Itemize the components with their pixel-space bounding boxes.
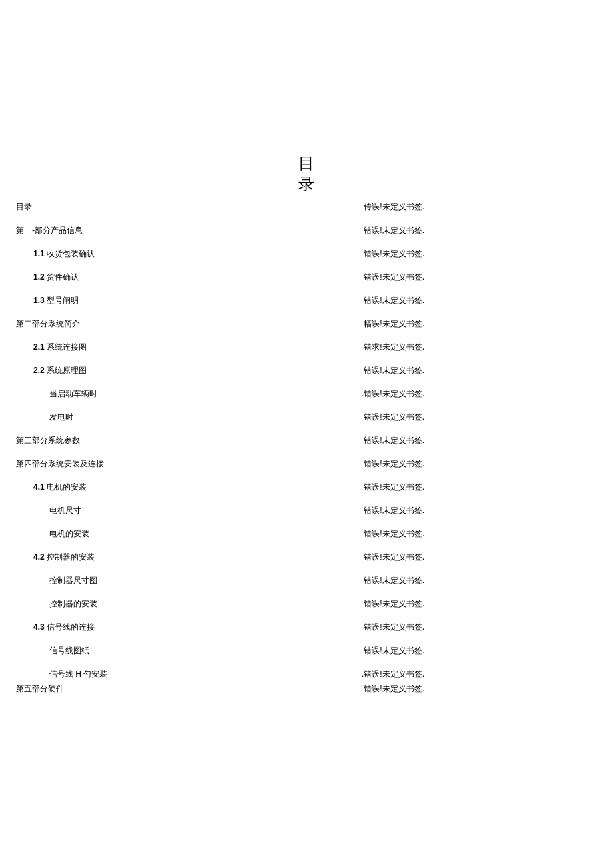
toc-row: 电机尺寸错误!未定义书签.: [16, 506, 424, 514]
toc-row: 1.2 货件确认错误!未定义书签.: [16, 273, 424, 281]
toc-page-ref: 错误!未定义书签.: [364, 623, 424, 631]
toc-page-ref: 错误!未定义书签.: [364, 296, 424, 304]
toc-entry-label: 信号线 H 勺安装: [16, 670, 69, 678]
toc-section-text: 控制器的安装: [45, 552, 95, 562]
toc-entry-label: 目录: [16, 203, 32, 211]
toc-page-ref: 错误!未定义书签.: [364, 553, 424, 561]
toc-entry-label: 控制器的安装: [16, 600, 97, 608]
toc-row: 当启动车辆时.错误!未定义书签.: [16, 390, 424, 398]
toc-page-ref: 错误!未定义书签.: [364, 530, 424, 538]
toc-entry-label: 第三部分系统参数: [16, 436, 80, 444]
title-char-2: 录: [297, 174, 317, 195]
toc-page-ref: 错误!未定义书签.: [364, 436, 424, 444]
toc-entry-label: 发电时: [16, 413, 73, 421]
toc-page-ref: 错误!未定义书签.: [364, 685, 424, 693]
toc-row: 1.1 收货包装确认错误!未定义书签.: [16, 250, 424, 258]
toc-entry-label: 2.2 系统原理图: [16, 366, 87, 374]
toc-page-ref: 错误!未定义书签.: [364, 483, 424, 491]
toc-row: 信号线图纸错误!未定义书签.: [16, 646, 424, 655]
toc-section-text: 信号线的连接: [45, 622, 95, 632]
toc-page-ref: 幅误!未定义书签.: [364, 320, 424, 328]
title-char-1: 目: [297, 153, 317, 174]
toc-section-text: 型号阐明: [45, 296, 79, 305]
toc-page-ref: 错误!未定义书签.: [364, 576, 424, 584]
toc-entry-label: 第五部分硬件: [16, 685, 64, 693]
toc-page-ref: 错误!未定义书签.: [364, 273, 424, 281]
table-of-contents: 目录传误!未定义书签.第一-部分产品信息错误!未定义书签.1.1 收货包装确认错…: [16, 203, 424, 693]
toc-entry-label: 第四部分系统安装及连接: [16, 460, 104, 468]
toc-row: 电机的安装错误!未定义书签.: [16, 530, 424, 538]
toc-row: 第四部分系统安装及连接错误!未定义书签.: [16, 460, 424, 468]
toc-page-ref: 传误!未定义书签.: [364, 203, 424, 211]
toc-page-ref: 错误!未定义书签.: [364, 506, 424, 514]
toc-entry-label: 1.3 型号阐明: [16, 296, 79, 304]
toc-page-ref: 错误!未定义书签.: [364, 250, 424, 258]
toc-page-ref: 错误!未定义书签.: [364, 600, 424, 608]
toc-row: 第二部分系统简介幅误!未定义书签.: [16, 320, 424, 328]
toc-entry-label: 1.2 货件确认: [16, 273, 79, 281]
toc-page-ref: 错误!未定义书签.: [364, 646, 424, 655]
toc-entry-label: 2.1 系统连接图: [16, 343, 87, 351]
toc-section-number: 1.1: [33, 249, 45, 258]
toc-section-text: 电机的安装: [45, 482, 87, 492]
toc-page-ref: 错误!未定义书签.: [364, 460, 424, 468]
toc-section-number: 1.3: [33, 296, 45, 305]
toc-row: 信号线 H 勺安装.错误!未定义书签.: [16, 670, 424, 678]
toc-row: 4.1 电机的安装错误!未定义书签.: [16, 483, 424, 491]
toc-row: 4.3 信号线的连接错误!未定义书签.: [16, 623, 424, 631]
toc-section-number: 4.1: [33, 482, 45, 492]
toc-entry-label: 第一-部分产品信息: [16, 226, 83, 234]
toc-entry-label: 1.1 收货包装确认: [16, 250, 95, 258]
toc-section-number: 2.2: [33, 366, 45, 375]
toc-row: 发电时错误!未定义书签.: [16, 413, 424, 421]
toc-page-ref: .错误!未定义书签.: [362, 390, 424, 398]
toc-row: 第三部分系统参数错误!未定义书签.: [16, 436, 424, 444]
toc-page-ref: 错求!未定义书签.: [364, 343, 424, 351]
toc-entry-label: 信号线图纸: [16, 646, 89, 655]
toc-row: 第一-部分产品信息错误!未定义书签.: [16, 226, 424, 234]
toc-row: 2.2 系统原理图错误!未定义书签.: [16, 366, 424, 374]
toc-entry-label: 第二部分系统简介: [16, 320, 80, 328]
toc-section-number: 1.2: [33, 272, 45, 282]
toc-entry-label: 4.1 电机的安装: [16, 483, 87, 491]
toc-page-ref: 错误!未定义书签.: [364, 226, 424, 234]
toc-row: 控制器的安装错误!未定义书签.: [16, 600, 424, 608]
toc-section-number: 4.3: [33, 622, 45, 632]
toc-entry-label: 电机的安装: [16, 530, 89, 538]
toc-page-ref: 错误!未定义书签.: [364, 366, 424, 374]
toc-section-text: 系统原理图: [45, 366, 87, 375]
toc-section-text: 系统连接图: [45, 342, 87, 352]
toc-page-ref: 错误!未定义书签.: [364, 413, 424, 421]
toc-entry-label: 4.2 控制器的安装: [16, 553, 95, 561]
document-page: 目 录 目录传误!未定义书签.第一-部分产品信息错误!未定义书签.1.1 收货包…: [0, 0, 614, 693]
toc-row: 1.3 型号阐明错误!未定义书签.: [16, 296, 424, 304]
toc-section-number: 2.1: [33, 342, 45, 352]
toc-entry-label: 控制器尺寸图: [16, 576, 97, 584]
toc-entry-label: 当启动车辆时: [16, 390, 97, 398]
toc-entry-label: 4.3 信号线的连接: [16, 623, 95, 631]
toc-row: 控制器尺寸图错误!未定义书签.: [16, 576, 424, 584]
toc-section-text: 货件确认: [45, 272, 79, 282]
toc-page-ref: .错误!未定义书签.: [362, 670, 424, 678]
toc-row: 目录传误!未定义书签.: [16, 203, 424, 211]
toc-title: 目 录: [297, 153, 317, 195]
toc-row: 2.1 系统连接图错求!未定义书签.: [16, 343, 424, 351]
toc-entry-label: 电机尺寸: [16, 506, 81, 514]
toc-section-text: 收货包装确认: [45, 249, 95, 258]
toc-row: 第五部分硬件错误!未定义书签.: [16, 685, 424, 693]
toc-section-number: 4.2: [33, 552, 45, 562]
toc-row: 4.2 控制器的安装错误!未定义书签.: [16, 553, 424, 561]
